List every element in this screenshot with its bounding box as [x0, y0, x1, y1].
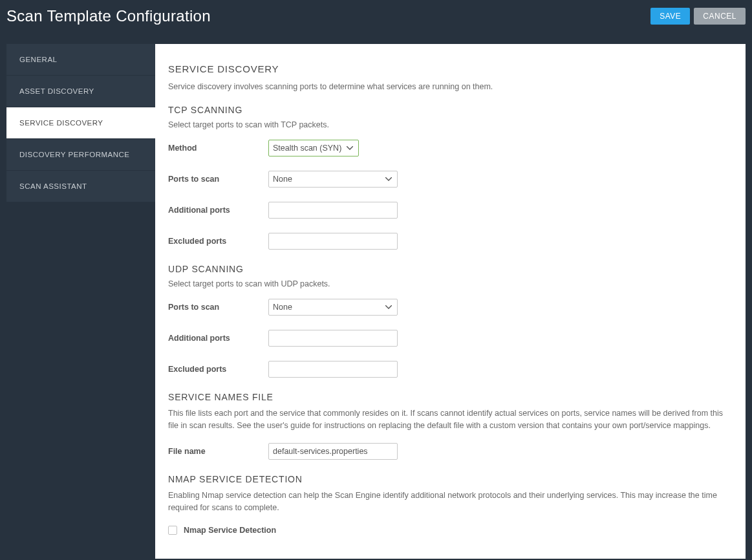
- input-tcp-additional[interactable]: [268, 202, 398, 219]
- form-row-udp-additional: Additional ports: [168, 330, 726, 347]
- sub-desc-tcp: Select target ports to scan with TCP pac…: [168, 120, 726, 129]
- form-row-file-name: File name: [168, 443, 726, 460]
- label-tcp-additional: Additional ports: [168, 206, 268, 215]
- input-file-name[interactable]: [268, 443, 398, 460]
- sidebar: GENERAL ASSET DISCOVERY SERVICE DISCOVER…: [6, 44, 155, 559]
- service-discovery-section: SERVICE DISCOVERY Service discovery invo…: [168, 63, 726, 93]
- label-method: Method: [168, 144, 268, 153]
- subsection-title-nmap: NMAP SERVICE DETECTION: [168, 474, 726, 484]
- input-udp-excluded[interactable]: [268, 361, 398, 378]
- label-udp-additional: Additional ports: [168, 334, 268, 343]
- checkbox-row-nmap: Nmap Service Detection: [168, 526, 726, 535]
- sub-desc-udp: Select target ports to scan with UDP pac…: [168, 279, 726, 288]
- sidebar-item-general[interactable]: GENERAL: [6, 44, 155, 76]
- subsection-title-udp: UDP SCANNING: [168, 264, 726, 274]
- form-row-tcp-excluded: Excluded ports: [168, 233, 726, 250]
- main-panel: SERVICE DISCOVERY Service discovery invo…: [155, 44, 746, 559]
- select-udp-ports[interactable]: None: [268, 299, 398, 316]
- checkbox-nmap[interactable]: [168, 526, 177, 535]
- select-method[interactable]: Stealth scan (SYN): [268, 140, 359, 156]
- label-tcp-ports: Ports to scan: [168, 175, 268, 184]
- label-tcp-excluded: Excluded ports: [168, 237, 268, 246]
- section-title-service-discovery: SERVICE DISCOVERY: [168, 63, 726, 74]
- desc-nmap: Enabling Nmap service detection can help…: [168, 490, 726, 514]
- subsection-title-tcp: TCP SCANNING: [168, 105, 726, 115]
- form-row-method: Method Stealth scan (SYN): [168, 140, 726, 156]
- label-udp-ports: Ports to scan: [168, 303, 268, 312]
- input-udp-additional[interactable]: [268, 330, 398, 347]
- subsection-title-service-names: SERVICE NAMES FILE: [168, 392, 726, 402]
- udp-scanning-section: UDP SCANNING Select target ports to scan…: [168, 264, 726, 378]
- service-names-section: SERVICE NAMES FILE This file lists each …: [168, 392, 726, 460]
- content-wrapper: GENERAL ASSET DISCOVERY SERVICE DISCOVER…: [6, 44, 746, 559]
- sidebar-item-service-discovery[interactable]: SERVICE DISCOVERY: [6, 107, 155, 139]
- label-udp-excluded: Excluded ports: [168, 365, 268, 374]
- save-button[interactable]: SAVE: [650, 8, 690, 25]
- input-tcp-excluded[interactable]: [268, 233, 398, 250]
- sidebar-item-discovery-performance[interactable]: DISCOVERY PERFORMANCE: [6, 139, 155, 171]
- label-file-name: File name: [168, 447, 268, 456]
- header-buttons: SAVE CANCEL: [650, 8, 746, 25]
- form-row-udp-ports: Ports to scan None: [168, 299, 726, 316]
- checkbox-label-nmap: Nmap Service Detection: [184, 526, 276, 535]
- desc-service-names: This file lists each port and the servic…: [168, 407, 726, 432]
- form-row-tcp-additional: Additional ports: [168, 202, 726, 219]
- sidebar-item-asset-discovery[interactable]: ASSET DISCOVERY: [6, 76, 155, 107]
- sidebar-item-scan-assistant[interactable]: SCAN ASSISTANT: [6, 171, 155, 202]
- nmap-section: NMAP SERVICE DETECTION Enabling Nmap ser…: [168, 474, 726, 535]
- page-title: Scan Template Configuration: [6, 7, 211, 25]
- form-row-udp-excluded: Excluded ports: [168, 361, 726, 378]
- select-tcp-ports[interactable]: None: [268, 171, 398, 188]
- cancel-button[interactable]: CANCEL: [694, 8, 746, 25]
- tcp-scanning-section: TCP SCANNING Select target ports to scan…: [168, 105, 726, 250]
- header: Scan Template Configuration SAVE CANCEL: [0, 0, 752, 32]
- section-desc-service-discovery: Service discovery involves scanning port…: [168, 81, 726, 93]
- form-row-tcp-ports: Ports to scan None: [168, 171, 726, 188]
